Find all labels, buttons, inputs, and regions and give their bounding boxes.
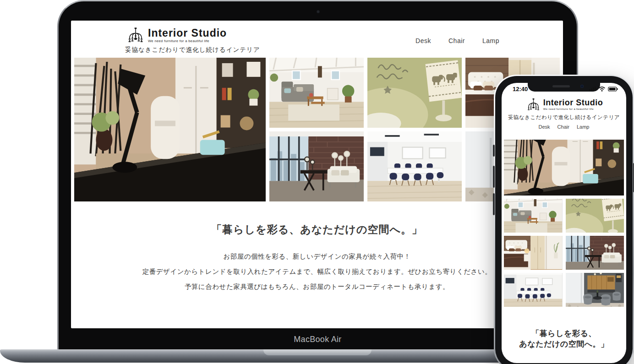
photo-meeting-room[interactable] [367, 131, 462, 201]
chandelier-icon [525, 98, 542, 111]
status-bar: 12:40 [502, 83, 626, 93]
hero-heading-mobile: 「暮らしを彩る、 あなただけの空間へ。」 [502, 328, 626, 349]
battery-icon [608, 87, 618, 92]
site-title: Interior Studio [543, 98, 603, 107]
hero-heading: 「暮らしを彩る、あなただけの空間へ。」 [71, 223, 563, 237]
heading-line: 「暮らしを彩る、 [502, 328, 626, 339]
macbook-lid-notch [263, 349, 372, 355]
photo-gallery-mobile [504, 140, 624, 307]
photo-brick-lounge[interactable] [566, 236, 624, 270]
device-mockup-scene: Interior Studio We need furniture for a … [0, 0, 634, 364]
paragraph-line: お部屋の個性を彩る、新しいデザインの家具が続々入荷中！ [71, 249, 563, 264]
paragraph-line: 定番デザインからトレンドを取り入れたアイテムまで、幅広く取り揃えております。ぜひ… [71, 264, 563, 279]
volume-down-button [493, 193, 495, 215]
site-tagline-jp: 妥協なきこだわりで進化し続けるインテリア [502, 114, 626, 121]
photo-desk-office[interactable] [74, 58, 266, 201]
site-logo[interactable]: Interior Studio We need furniture for a … [125, 27, 260, 54]
site-tagline-en: We need furniture for a beautiful life [148, 39, 227, 43]
nav-item-chair[interactable]: Chair [557, 124, 569, 130]
photo-elephant-lamp[interactable] [566, 199, 624, 233]
desktop-site-viewport: Interior Studio We need furniture for a … [71, 21, 563, 328]
photo-meeting-room[interactable] [504, 273, 563, 307]
main-nav-mobile: Desk Chair Lamp [502, 124, 626, 130]
photo-living-room[interactable] [269, 58, 364, 128]
site-title: Interior Studio [148, 27, 227, 38]
nav-item-desk[interactable]: Desk [415, 37, 431, 44]
nav-item-lamp[interactable]: Lamp [482, 37, 499, 44]
mute-switch [493, 145, 495, 157]
chandelier-icon [125, 27, 146, 43]
site-logo[interactable]: Interior Studio We need furniture for a … [502, 98, 626, 111]
photo-brick-lounge[interactable] [269, 131, 364, 201]
webcam-icon [317, 10, 320, 13]
volume-up-button [493, 166, 495, 188]
nav-item-lamp[interactable]: Lamp [577, 124, 590, 130]
status-time: 12:40 [513, 86, 528, 92]
photo-lounge-chairs[interactable] [566, 273, 624, 307]
mobile-site-viewport: 12:40 Interior Studio We need furniture … [502, 83, 626, 363]
photo-living-room[interactable] [504, 199, 563, 233]
site-header: Interior Studio We need furniture for a … [71, 21, 563, 58]
signal-icon [589, 86, 596, 92]
photo-gallery [74, 58, 560, 201]
wifi-icon [598, 86, 606, 92]
site-tagline-jp: 妥協なきこだわりで進化し続けるインテリア [125, 46, 260, 54]
photo-elephant-lamp[interactable] [367, 58, 462, 128]
hero-paragraph: お部屋の個性を彩る、新しいデザインの家具が続々入荷中！ 定番デザインからトレンド… [71, 249, 563, 294]
heading-line: あなただけの空間へ。」 [502, 339, 626, 349]
iphone-bezel: 12:40 Interior Studio We need furniture … [495, 76, 633, 364]
iphone-mockup: 12:40 Interior Studio We need furniture … [494, 75, 634, 364]
nav-item-desk[interactable]: Desk [539, 124, 550, 130]
main-nav: Desk Chair Lamp [415, 37, 499, 44]
photo-desk-office[interactable] [504, 140, 624, 196]
nav-item-chair[interactable]: Chair [448, 37, 465, 44]
photo-bedroom[interactable] [504, 236, 563, 270]
site-tagline-en: We need furniture for a beautiful life [543, 108, 603, 110]
paragraph-line: 予算に合わせた家具選びはもちろん、お部屋のトータルコーディネートも承ります。 [71, 279, 563, 294]
